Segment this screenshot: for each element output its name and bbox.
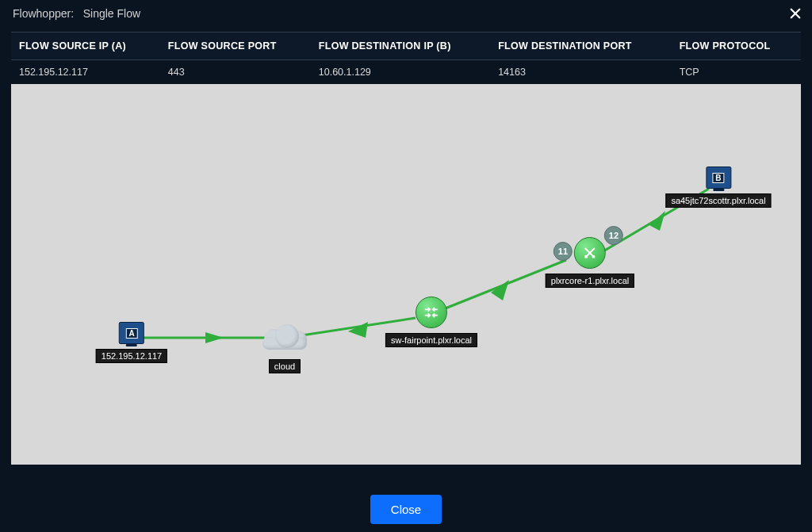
- cloud-label: cloud: [269, 359, 301, 373]
- svg-marker-1: [649, 211, 665, 231]
- cell-src-ip: 152.195.12.117: [11, 60, 160, 85]
- node-switch[interactable]: sw-fairpoint.plxr.local: [385, 297, 477, 347]
- node-core-router[interactable]: 11 12 plxrcore-r1.plxr.local: [546, 237, 634, 288]
- cloud-icon: [261, 321, 308, 351]
- col-dst-port: FLOW DESTINATION PORT: [490, 33, 671, 60]
- dialog-title-suffix: Single Flow: [83, 7, 140, 20]
- col-src-port: FLOW SOURCE PORT: [160, 33, 311, 60]
- dialog-title-prefix: Flowhopper:: [13, 7, 74, 20]
- flow-table: FLOW SOURCE IP (A) FLOW SOURCE PORT FLOW…: [11, 32, 801, 84]
- host-a-label: 152.195.12.117: [96, 349, 167, 363]
- hop-badge-right: 12: [604, 226, 623, 245]
- table-row: 152.195.12.117 443 10.60.1.129 14163 TCP: [11, 60, 801, 85]
- table-header-row: FLOW SOURCE IP (A) FLOW SOURCE PORT FLOW…: [11, 33, 801, 60]
- col-protocol: FLOW PROTOCOL: [672, 33, 801, 60]
- cell-dst-port: 14163: [490, 60, 671, 85]
- topology-canvas[interactable]: A 152.195.12.117 cloud sw-fairpoint.plxr…: [11, 84, 801, 465]
- svg-marker-5: [348, 322, 368, 338]
- host-b-letter: B: [712, 173, 724, 183]
- close-button[interactable]: Close: [370, 495, 442, 524]
- node-host-a[interactable]: A 152.195.12.117: [96, 322, 167, 363]
- host-b-icon: B: [706, 166, 731, 189]
- cell-src-port: 443: [160, 60, 311, 85]
- core-router-label: plxrcore-r1.plxr.local: [546, 274, 634, 288]
- topology-links: [11, 84, 801, 465]
- switch-icon: [416, 297, 447, 328]
- switch-label: sw-fairpoint.plxr.local: [385, 333, 477, 347]
- host-a-letter: A: [125, 328, 137, 339]
- dialog-title: Flowhopper: Single Flow: [13, 7, 140, 20]
- close-icon[interactable]: [787, 5, 804, 22]
- cell-dst-ip: 10.60.1.129: [311, 60, 490, 85]
- cell-protocol: TCP: [672, 60, 801, 85]
- col-src-ip: FLOW SOURCE IP (A): [11, 33, 160, 60]
- svg-marker-7: [205, 332, 224, 343]
- node-host-b[interactable]: B sa45jtc72scottr.plxr.local: [665, 166, 771, 208]
- node-cloud[interactable]: cloud: [261, 321, 308, 373]
- host-a-icon: A: [119, 322, 144, 344]
- hop-badge-left: 11: [553, 242, 573, 261]
- host-b-label: sa45jtc72scottr.plxr.local: [665, 193, 771, 208]
- core-router-icon: [574, 237, 606, 269]
- col-dst-ip: FLOW DESTINATION IP (B): [311, 33, 490, 60]
